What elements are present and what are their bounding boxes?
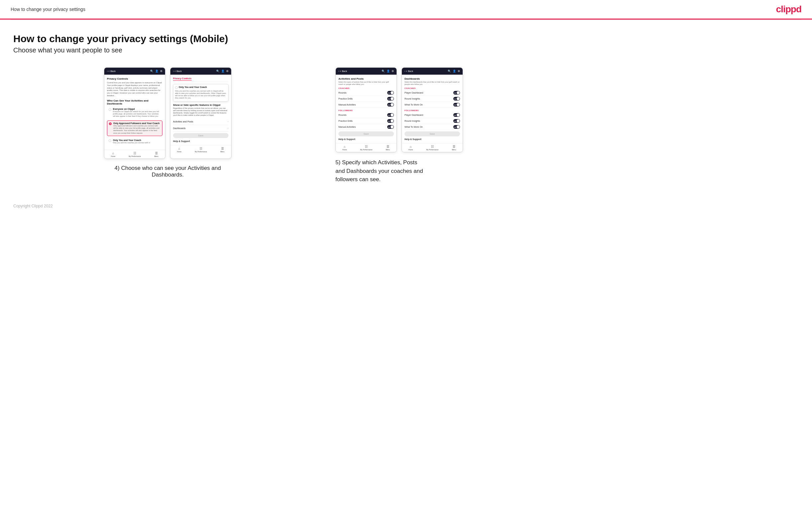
tab-privacy-controls[interactable]: Privacy Controls <box>173 77 192 80</box>
nav-home-2[interactable]: ⌂ Home <box>177 147 181 153</box>
bottom-nav-2: ⌂ Home ☷ My Performance ☰ Menu <box>170 145 231 154</box>
phone-body-2: Privacy Controls Only You and Your Coach… <box>170 75 231 145</box>
profile-icon-3[interactable]: 👤 <box>387 70 390 73</box>
rounds-coaches-toggle[interactable] <box>387 91 394 95</box>
nav-menu-2[interactable]: ☰ Menu <box>220 147 224 153</box>
save-button-3[interactable]: Save <box>339 131 394 136</box>
caption-4: 4) Choose who can see your Activities an… <box>111 165 224 178</box>
list-item-dashboards[interactable]: Dashboards › <box>173 125 229 132</box>
drills-coaches-label: Practice Drills <box>339 98 353 100</box>
screenshots-row: ‹ < Back 🔍 👤 ⚙ Privacy Controls Control … <box>13 67 799 184</box>
profile-icon-4[interactable]: 👤 <box>453 70 456 73</box>
radio-label-1: Everyone on Clippd <box>113 108 161 110</box>
nav-home-1[interactable]: ⌂ Home <box>111 152 115 157</box>
toggle-rounds-followers[interactable]: Rounds <box>339 112 394 118</box>
dashboards-screen-title: Dashboards <box>405 77 460 80</box>
header-icons-3: 🔍 👤 ⚙ <box>382 70 394 73</box>
what-to-work-followers-toggle[interactable] <box>453 125 460 129</box>
back-button-4[interactable]: ‹ < Back <box>405 70 413 72</box>
manual-followers-toggle[interactable] <box>387 125 394 129</box>
profile-icon-1[interactable]: 👤 <box>155 70 158 73</box>
right-group: ‹ < Back 🔍 👤 ⚙ Activities and Posts Sele… <box>336 67 799 184</box>
list-item-activities[interactable]: Activities and Posts › <box>173 118 229 125</box>
player-dashboard-coaches-toggle[interactable] <box>453 91 460 95</box>
drills-followers-toggle[interactable] <box>387 119 394 123</box>
phone-header-4: ‹ < Back 🔍 👤 ⚙ <box>402 68 463 75</box>
top-bar: How to change your privacy settings clip… <box>0 0 812 19</box>
phone-body-4: Dashboards Select the dashboards that yo… <box>402 75 463 143</box>
performance-icon-2: ☷ <box>200 147 202 150</box>
tooltip-title: Only You and Your Coach <box>175 86 226 89</box>
rounds-followers-label: Rounds <box>339 114 346 116</box>
what-to-work-coaches-toggle[interactable] <box>453 103 460 107</box>
help-support-3: Help & Support <box>339 138 394 140</box>
dashboards-arrow: › <box>227 127 229 130</box>
who-can-see-title: Who Can See Your Activities and Dashboar… <box>107 99 162 105</box>
player-dashboard-followers-toggle[interactable] <box>453 113 460 117</box>
manual-coaches-toggle[interactable] <box>387 103 394 107</box>
toggle-manual-followers[interactable]: Manual Activities <box>339 124 394 130</box>
nav-performance-4[interactable]: ☷ My Performance <box>426 145 439 151</box>
nav-performance-1[interactable]: ☷ My Performance <box>129 152 141 157</box>
round-insights-coaches-toggle[interactable] <box>453 97 460 101</box>
toggle-player-dashboard-coaches[interactable]: Player Dashboard <box>405 90 460 96</box>
nav-menu-3[interactable]: ☰ Menu <box>386 145 390 151</box>
back-button-1[interactable]: ‹ < Back <box>107 70 115 72</box>
toggle-round-insights-coaches[interactable]: Round Insights <box>405 96 460 102</box>
toggle-drills-coaches[interactable]: Practice Drills <box>339 96 394 102</box>
drills-coaches-toggle[interactable] <box>387 97 394 101</box>
nav-home-4[interactable]: ⌂ Home <box>408 145 413 151</box>
search-icon-3[interactable]: 🔍 <box>382 70 385 73</box>
profile-icon-2[interactable]: 👤 <box>221 70 224 73</box>
back-button-2[interactable]: ‹ < Back <box>173 70 182 72</box>
screens-pair-left: ‹ < Back 🔍 👤 ⚙ Privacy Controls Control … <box>104 67 232 159</box>
toggle-rounds-coaches[interactable]: Rounds <box>339 90 394 96</box>
page-title: How to change your privacy settings (Mob… <box>13 33 799 45</box>
toggle-manual-coaches[interactable]: Manual Activities <box>339 102 394 108</box>
rounds-followers-toggle[interactable] <box>387 113 394 117</box>
toggle-what-to-work-followers[interactable]: What To Work On <box>405 124 460 130</box>
save-button-2[interactable]: Save <box>173 133 229 138</box>
back-button-3[interactable]: ‹ < Back <box>339 70 347 72</box>
nav-performance-2[interactable]: ☷ My Performance <box>195 147 207 153</box>
radio-option-everyone[interactable]: Everyone on Clippd Everyone on Clippd ca… <box>107 107 162 119</box>
settings-icon-2[interactable]: ⚙ <box>226 70 229 73</box>
tooltip-content: Only you and the coaches you connect wit… <box>175 90 226 100</box>
phone-header-1: ‹ < Back 🔍 👤 ⚙ <box>104 68 165 75</box>
drills-followers-label: Practice Drills <box>339 120 353 122</box>
nav-home-label-2: Home <box>177 151 181 153</box>
header-icons-2: 🔍 👤 ⚙ <box>216 70 229 73</box>
radio-option-approved[interactable]: Only Approved Followers and Your Coach O… <box>107 120 162 136</box>
header-icons-4: 🔍 👤 ⚙ <box>448 70 460 73</box>
phone-body-3: Activities and Posts Select the types of… <box>336 75 397 143</box>
tab-bar-2: Privacy Controls <box>173 77 229 82</box>
settings-icon-3[interactable]: ⚙ <box>392 70 394 73</box>
toggle-what-to-work-coaches[interactable]: What To Work On <box>405 102 460 108</box>
nav-performance-3[interactable]: ☷ My Performance <box>360 145 373 151</box>
copyright: Copyright Clippd 2022 <box>13 204 799 208</box>
privacy-controls-desc: Control how you and your data appears to… <box>107 81 162 97</box>
settings-icon-1[interactable]: ⚙ <box>160 70 162 73</box>
round-insights-followers-toggle[interactable] <box>453 119 460 123</box>
nav-home-3[interactable]: ⌂ Home <box>342 145 347 151</box>
toggle-drills-followers[interactable]: Practice Drills <box>339 118 394 124</box>
toggle-player-dashboard-followers[interactable]: Player Dashboard <box>405 112 460 118</box>
nav-menu-4[interactable]: ☰ Menu <box>452 145 456 151</box>
radio-option-only-you[interactable]: Only You and Your Coach Only you and the… <box>107 138 162 145</box>
menu-icon-1: ☰ <box>155 152 158 155</box>
phone-header-2: ‹ < Back 🔍 👤 ⚙ <box>170 68 231 75</box>
search-icon-1[interactable]: 🔍 <box>150 70 153 73</box>
nav-home-label-1: Home <box>111 155 115 157</box>
settings-icon-4[interactable]: ⚙ <box>458 70 460 73</box>
radio-circle-3 <box>109 139 111 142</box>
toggle-round-insights-followers[interactable]: Round Insights <box>405 118 460 124</box>
performance-icon-1: ☷ <box>134 152 136 155</box>
save-button-4[interactable]: Save <box>405 131 460 136</box>
nav-menu-1[interactable]: ☰ Menu <box>154 152 158 157</box>
nav-performance-label-2: My Performance <box>195 151 207 153</box>
nav-menu-label-1: Menu <box>154 155 158 157</box>
search-icon-4[interactable]: 🔍 <box>448 70 451 73</box>
search-icon-2[interactable]: 🔍 <box>216 70 219 73</box>
show-hide-section: Show or hide specific features in Clippd… <box>173 104 229 117</box>
privacy-controls-title: Privacy Controls <box>107 77 162 80</box>
